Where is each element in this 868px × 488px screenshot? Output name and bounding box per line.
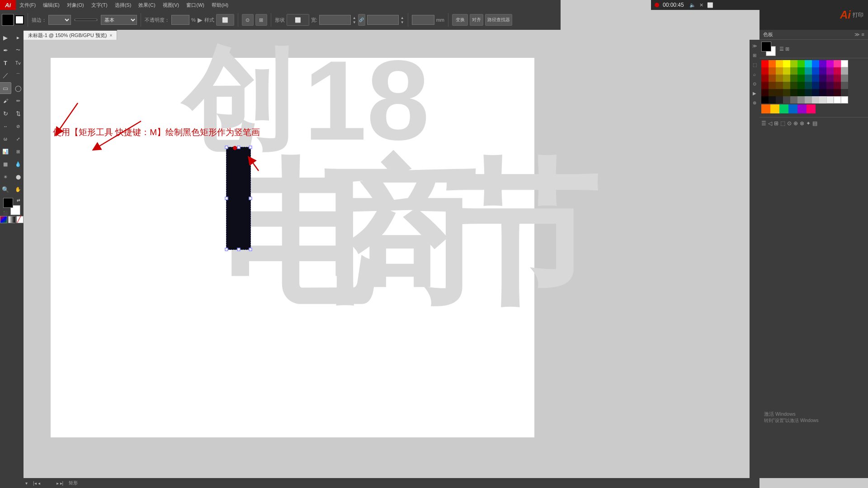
swatch-cell[interactable] xyxy=(841,96,848,103)
panel-btn-4[interactable]: ⊙ xyxy=(750,80,759,88)
x-input[interactable]: 0 mm xyxy=(412,15,434,25)
swatch-cell[interactable] xyxy=(826,82,834,89)
mesh-tool[interactable]: ⊞ xyxy=(12,145,24,157)
swatch-icon-7[interactable]: ⊗ xyxy=(800,120,804,127)
height-input[interactable]: 71.261 mm xyxy=(367,15,399,25)
swatch-cell[interactable] xyxy=(797,89,805,96)
swatch-cell[interactable] xyxy=(805,89,812,96)
swatch-cell[interactable] xyxy=(797,96,805,103)
fg-color-swatch[interactable] xyxy=(3,198,13,208)
swatch-cell[interactable] xyxy=(776,60,783,67)
swatch-cell[interactable] xyxy=(776,75,783,82)
chart-tool[interactable]: 📊 xyxy=(0,145,11,157)
fill-color-block[interactable] xyxy=(761,42,771,52)
swatch-cell[interactable] xyxy=(779,104,788,113)
fill-swatch[interactable] xyxy=(2,14,14,26)
swatch-cell[interactable] xyxy=(826,89,834,96)
swatch-cell[interactable] xyxy=(790,89,797,96)
swatch-icon-1[interactable]: ☰ xyxy=(761,120,766,127)
panel-menu-btn[interactable]: ≡ xyxy=(862,32,864,38)
drawn-rectangle[interactable] xyxy=(226,147,251,250)
swatch-cell[interactable] xyxy=(841,60,848,67)
swatch-cell[interactable] xyxy=(790,96,797,103)
swatch-cell[interactable] xyxy=(769,67,776,75)
swatch-cell[interactable] xyxy=(776,82,783,89)
pathfinder-btn[interactable]: 路径查找器 xyxy=(485,14,512,26)
pencil-tool[interactable]: ✏ xyxy=(12,95,24,107)
swatch-cell[interactable] xyxy=(761,67,769,75)
width-input[interactable]: 16.933 mm xyxy=(319,15,351,25)
arc-tool[interactable]: ⌒ xyxy=(12,70,24,81)
menu-window[interactable]: 窗口(W) xyxy=(183,0,208,10)
swatch-icon-2[interactable]: ◁ xyxy=(768,120,772,127)
swatch-cell[interactable] xyxy=(807,104,816,113)
blend-tool[interactable]: ✳ xyxy=(0,171,11,183)
menu-file[interactable]: 文件(F) xyxy=(16,0,39,10)
zoom-tool[interactable]: 🔍 xyxy=(0,183,11,195)
align-btn[interactable]: ⊞ xyxy=(255,14,267,26)
swatch-cell[interactable] xyxy=(790,75,797,82)
reflect-tool[interactable]: ⇅ xyxy=(12,108,24,119)
paintbrush-tool[interactable]: 🖌 xyxy=(0,95,11,107)
swatch-icon-5[interactable]: ⊙ xyxy=(787,120,792,127)
stroke-swatch[interactable] xyxy=(15,15,24,24)
swatch-cell[interactable] xyxy=(841,67,848,75)
lock-ratio-btn[interactable]: 🔗 xyxy=(358,14,365,26)
panel-btn-1[interactable]: ⊞ xyxy=(750,51,759,59)
swatch-cell[interactable] xyxy=(769,60,776,67)
recolor-btn[interactable]: ⊙ xyxy=(242,14,254,26)
swatch-cell[interactable] xyxy=(783,75,790,82)
swatch-cell[interactable] xyxy=(819,82,826,89)
swatch-cell[interactable] xyxy=(783,96,790,103)
swatch-cell[interactable] xyxy=(834,89,841,96)
list-view-btn[interactable]: ☰ xyxy=(779,46,784,52)
swatch-cell[interactable] xyxy=(790,67,797,75)
page-input[interactable]: 1 xyxy=(42,481,55,486)
swatch-cell[interactable] xyxy=(776,89,783,96)
swatch-icon-4[interactable]: ⬚ xyxy=(780,120,785,127)
swatch-cell[interactable] xyxy=(761,89,769,96)
free-transform-tool[interactable]: ⤢ xyxy=(12,133,24,145)
swatch-cell[interactable] xyxy=(812,60,819,67)
stroke-dropdown[interactable] xyxy=(48,15,71,25)
prev-btn[interactable]: ◂ xyxy=(38,481,40,486)
swatch-cell[interactable] xyxy=(834,82,841,89)
active-tab[interactable]: 未标题-1 @ 150% (RGB/GPU 预览) × xyxy=(24,31,117,40)
none-swatch[interactable]: ╱ xyxy=(16,216,24,223)
swatch-cell[interactable] xyxy=(790,82,797,89)
panel-btn-2[interactable]: ⬚ xyxy=(750,61,759,69)
panel-btn-5[interactable]: ⊛ xyxy=(750,99,759,107)
swatch-cell[interactable] xyxy=(761,104,770,113)
menu-effect[interactable]: 效果(C) xyxy=(135,0,159,10)
swap-colors-btn[interactable]: ⇄ xyxy=(17,198,20,202)
swatch-icon-9[interactable]: ▤ xyxy=(812,120,817,127)
rotate-tool[interactable]: ↻ xyxy=(0,108,11,119)
swatch-cell[interactable] xyxy=(769,96,776,103)
touch-type-tool[interactable]: Tⅴ xyxy=(12,57,24,69)
swatch-cell[interactable] xyxy=(761,60,769,67)
swatch-icon-6[interactable]: ⊕ xyxy=(793,120,798,127)
swatch-cell[interactable] xyxy=(841,89,848,96)
default-colors-btn[interactable]: ⬛ xyxy=(3,211,8,215)
swatch-cell[interactable] xyxy=(805,75,812,82)
swatch-cell[interactable] xyxy=(812,89,819,96)
swatch-cell[interactable] xyxy=(841,75,848,82)
swatch-cell[interactable] xyxy=(805,96,812,103)
swatch-cell[interactable] xyxy=(797,67,805,75)
swatch-cell[interactable] xyxy=(812,82,819,89)
eyedropper-tool[interactable]: 💧 xyxy=(12,158,24,170)
menu-select[interactable]: 选择(S) xyxy=(111,0,135,10)
swatch-cell[interactable] xyxy=(826,60,834,67)
menu-help[interactable]: 帮助(H) xyxy=(208,0,232,10)
swatch-cell[interactable] xyxy=(783,67,790,75)
color-swatch[interactable] xyxy=(0,216,7,223)
opacity-input[interactable]: 100 xyxy=(171,15,189,25)
zoom-input[interactable]: 150% xyxy=(4,481,24,486)
shape-select[interactable]: ⬜ xyxy=(287,14,309,26)
tab-close-btn[interactable]: × xyxy=(109,33,112,38)
recording-expand-btn[interactable]: ⬜ xyxy=(707,2,713,8)
swatch-cell[interactable] xyxy=(769,82,776,89)
print-btn[interactable]: 打印 xyxy=(853,11,863,19)
swatch-cell[interactable] xyxy=(805,60,812,67)
direct-selection-tool[interactable]: ► xyxy=(12,32,24,43)
